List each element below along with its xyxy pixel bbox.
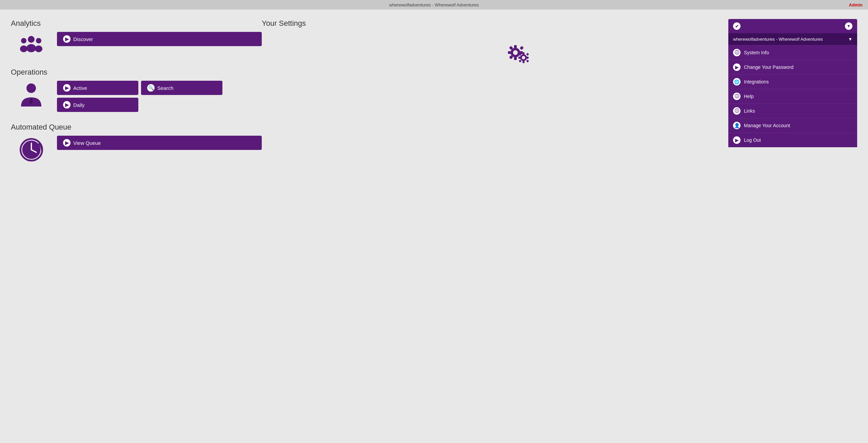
settings-menu-system-info[interactable]: ⓘ System Info bbox=[728, 45, 857, 60]
daily-label: Daily bbox=[73, 102, 84, 108]
manage-account-label: Manage Your Account bbox=[744, 123, 790, 128]
search-label: Search bbox=[157, 85, 174, 91]
change-password-icon: ▶ bbox=[733, 63, 741, 71]
active-play-icon: ▶ bbox=[63, 84, 71, 92]
settings-menu-logout[interactable]: ▶ Log Out bbox=[728, 133, 857, 147]
settings-menu-links[interactable]: ⓘ Links bbox=[728, 103, 857, 118]
integrations-icon: 🌐 bbox=[733, 78, 741, 85]
links-label: Links bbox=[744, 108, 755, 114]
svg-rect-20 bbox=[520, 46, 524, 50]
dropdown-check-icon: ✔ bbox=[733, 22, 741, 30]
operations-section: Operations ▶ Active bbox=[11, 68, 262, 112]
svg-rect-17 bbox=[508, 51, 511, 54]
discover-label: Discover bbox=[73, 36, 93, 42]
settings-menu-integrations[interactable]: 🌐 Integrations bbox=[728, 74, 857, 89]
automated-queue-body: ▶ View Queue bbox=[11, 136, 262, 162]
discover-play-icon: ▶ bbox=[63, 35, 71, 43]
left-panel: Analytics bbox=[11, 19, 262, 173]
daily-button[interactable]: ▶ Daily bbox=[57, 98, 138, 112]
svg-rect-25 bbox=[522, 52, 525, 55]
links-icon: ⓘ bbox=[733, 107, 741, 115]
analytics-body: ▶ Discover bbox=[11, 32, 262, 57]
operations-row-1: ▶ Active 🔍 Search bbox=[57, 81, 262, 95]
svg-point-6 bbox=[26, 83, 36, 93]
svg-point-0 bbox=[28, 36, 35, 43]
integrations-label: Integrations bbox=[744, 79, 769, 84]
change-password-label: Change Your Password bbox=[744, 64, 793, 70]
svg-rect-32 bbox=[526, 60, 529, 62]
automated-queue-buttons: ▶ View Queue bbox=[57, 136, 262, 150]
svg-point-14 bbox=[513, 50, 518, 55]
analytics-icon-area bbox=[11, 32, 52, 57]
system-info-icon: ⓘ bbox=[733, 49, 741, 56]
gear-icon-container bbox=[262, 33, 728, 77]
svg-rect-30 bbox=[526, 53, 529, 56]
your-settings-title: Your Settings bbox=[262, 19, 728, 28]
operations-icon-area bbox=[11, 81, 52, 109]
dropdown-arrow-icon: ▼ bbox=[845, 22, 852, 30]
view-queue-button[interactable]: ▶ View Queue bbox=[57, 136, 262, 150]
svg-rect-15 bbox=[514, 45, 517, 49]
daily-play-icon: ▶ bbox=[63, 101, 71, 109]
manage-account-icon: 👤 bbox=[733, 122, 741, 129]
your-settings-left: Your Settings bbox=[262, 19, 728, 77]
svg-point-5 bbox=[35, 45, 42, 52]
svg-rect-27 bbox=[518, 57, 521, 59]
svg-point-2 bbox=[21, 38, 26, 43]
logout-icon: ▶ bbox=[733, 136, 741, 144]
right-top: Your Settings bbox=[262, 19, 857, 147]
active-label: Active bbox=[73, 85, 87, 91]
svg-point-3 bbox=[20, 45, 27, 52]
system-info-label: System Info bbox=[744, 50, 769, 55]
automated-queue-title: Automated Queue bbox=[11, 123, 262, 132]
discover-button[interactable]: ▶ Discover bbox=[57, 32, 262, 46]
operations-row-2: ▶ Daily bbox=[57, 98, 262, 112]
settings-select-arrow: ▼ bbox=[848, 37, 852, 42]
settings-menu-manage-account[interactable]: 👤 Manage Your Account bbox=[728, 118, 857, 133]
svg-rect-16 bbox=[514, 57, 517, 60]
svg-rect-26 bbox=[522, 61, 525, 63]
operations-body: ▶ Active 🔍 Search ▶ Daily bbox=[11, 81, 262, 112]
right-section: Your Settings bbox=[262, 19, 857, 173]
svg-point-4 bbox=[36, 38, 41, 43]
svg-point-24 bbox=[522, 56, 525, 59]
gear-icon bbox=[498, 40, 532, 71]
analytics-buttons: ▶ Discover bbox=[57, 32, 262, 46]
main-content: Analytics bbox=[0, 9, 868, 183]
settings-account-value: wherewolfadventures - Wherewolf Adventur… bbox=[733, 37, 823, 42]
automated-queue-section: Automated Queue bbox=[11, 123, 262, 162]
settings-account-select[interactable]: wherewolfadventures - Wherewolf Adventur… bbox=[728, 33, 857, 45]
logout-label: Log Out bbox=[744, 137, 761, 143]
help-icon: ⓘ bbox=[733, 93, 741, 100]
help-label: Help bbox=[744, 94, 754, 99]
settings-menu-help[interactable]: ⓘ Help bbox=[728, 89, 857, 103]
clock-icon bbox=[19, 137, 44, 162]
group-icon bbox=[18, 33, 45, 57]
person-icon bbox=[19, 82, 43, 109]
settings-menu-change-password[interactable]: ▶ Change Your Password bbox=[728, 60, 857, 74]
automated-queue-icon-area bbox=[11, 136, 52, 162]
svg-point-1 bbox=[26, 44, 36, 52]
analytics-title: Analytics bbox=[11, 19, 262, 28]
svg-rect-28 bbox=[526, 57, 529, 59]
admin-label[interactable]: Admin bbox=[849, 2, 863, 7]
top-bar: wherewolfadventures - Wherewolf Adventur… bbox=[0, 0, 868, 9]
active-button[interactable]: ▶ Active bbox=[57, 81, 138, 95]
window-title: wherewolfadventures - Wherewolf Adventur… bbox=[389, 2, 479, 7]
search-button[interactable]: 🔍 Search bbox=[141, 81, 222, 95]
analytics-section: Analytics bbox=[11, 19, 262, 57]
settings-panel-wrapper: ✔ ▼ wherewolfadventures - Wherewolf Adve… bbox=[728, 19, 857, 147]
settings-dropdown-header[interactable]: ✔ ▼ bbox=[728, 19, 857, 33]
operations-title: Operations bbox=[11, 68, 262, 77]
operations-buttons: ▶ Active 🔍 Search ▶ Daily bbox=[57, 81, 262, 112]
view-queue-label: View Queue bbox=[73, 140, 101, 146]
view-queue-play-icon: ▶ bbox=[63, 139, 71, 147]
search-circle-icon: 🔍 bbox=[147, 84, 155, 92]
